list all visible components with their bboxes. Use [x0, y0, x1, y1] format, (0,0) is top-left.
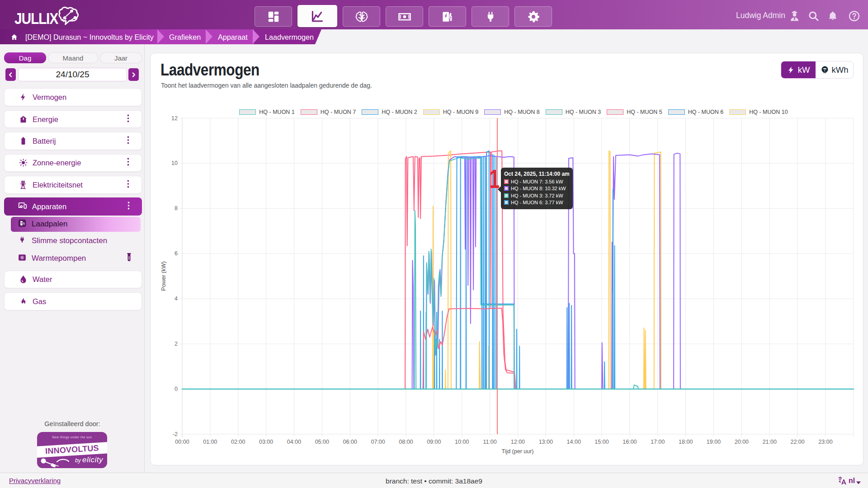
svg-text:12: 12	[171, 115, 178, 122]
svg-text:07:00: 07:00	[371, 439, 385, 445]
svg-text:2: 2	[175, 341, 178, 347]
svg-text:04:00: 04:00	[287, 439, 301, 445]
svg-text:0: 0	[175, 386, 178, 392]
svg-text:08:00: 08:00	[399, 439, 413, 445]
svg-text:02:00: 02:00	[231, 439, 245, 445]
svg-text:21:00: 21:00	[763, 439, 777, 445]
svg-text:4: 4	[175, 296, 178, 302]
svg-text:15:00: 15:00	[594, 439, 609, 445]
svg-text:19:00: 19:00	[707, 439, 721, 445]
svg-text:22:00: 22:00	[790, 439, 804, 445]
svg-text:10: 10	[171, 160, 178, 166]
svg-text:-2: -2	[173, 431, 178, 437]
svg-text:18:00: 18:00	[679, 439, 693, 445]
svg-text:06:00: 06:00	[343, 439, 357, 445]
svg-text:00:00: 00:00	[175, 439, 189, 445]
svg-text:10:00: 10:00	[455, 439, 469, 445]
svg-text:05:00: 05:00	[315, 439, 329, 445]
svg-text:16:00: 16:00	[623, 439, 637, 445]
svg-text:23:00: 23:00	[818, 439, 832, 445]
svg-text:Tijd (per uur): Tijd (per uur)	[501, 448, 533, 455]
svg-text:17:00: 17:00	[651, 439, 665, 445]
svg-text:09:00: 09:00	[427, 439, 441, 445]
svg-text:6: 6	[175, 250, 178, 257]
svg-text:03:00: 03:00	[259, 439, 273, 445]
svg-text:13:00: 13:00	[539, 439, 553, 445]
svg-text:20:00: 20:00	[735, 439, 749, 445]
svg-text:01:00: 01:00	[203, 439, 217, 445]
svg-text:8: 8	[175, 205, 178, 211]
svg-text:14:00: 14:00	[567, 439, 581, 445]
svg-text:11:00: 11:00	[483, 439, 496, 445]
svg-text:Power (kW): Power (kW)	[160, 261, 167, 291]
svg-text:12:00: 12:00	[511, 439, 525, 445]
